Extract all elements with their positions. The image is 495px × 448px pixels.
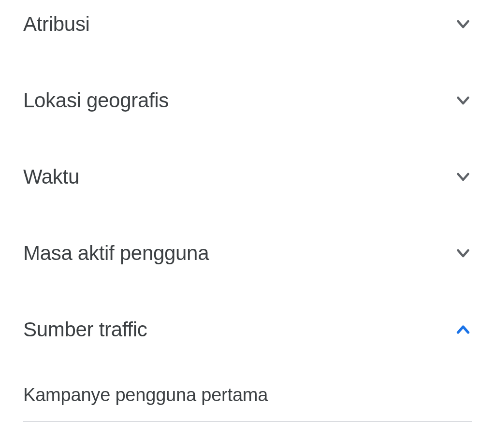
spacer xyxy=(0,125,495,153)
accordion-label: Lokasi geografis xyxy=(23,89,169,112)
spacer xyxy=(0,354,495,374)
sub-item-kampanye-pengguna-pertama[interactable]: Kampanye pengguna pertama xyxy=(23,374,472,422)
spacer xyxy=(0,48,495,76)
chevron-up-icon xyxy=(454,321,472,338)
accordion-label: Atribusi xyxy=(23,13,90,36)
chevron-down-icon xyxy=(454,15,472,33)
accordion-label: Masa aktif pengguna xyxy=(23,242,209,265)
accordion-item-masa-aktif-pengguna[interactable]: Masa aktif pengguna xyxy=(0,229,495,277)
chevron-down-icon xyxy=(454,92,472,109)
chevron-down-icon xyxy=(454,245,472,262)
accordion-label: Waktu xyxy=(23,165,79,188)
accordion-item-lokasi-geografis[interactable]: Lokasi geografis xyxy=(0,76,495,125)
sub-items-container: Kampanye pengguna pertama xyxy=(0,374,495,422)
spacer xyxy=(0,201,495,229)
accordion-label: Sumber traffic xyxy=(23,318,147,341)
accordion-item-sumber-traffic[interactable]: Sumber traffic xyxy=(0,305,495,354)
spacer xyxy=(0,277,495,305)
chevron-down-icon xyxy=(454,168,472,186)
sub-item-label: Kampanye pengguna pertama xyxy=(23,385,268,405)
accordion-item-waktu[interactable]: Waktu xyxy=(0,153,495,201)
accordion-item-atribusi[interactable]: Atribusi xyxy=(0,0,495,48)
